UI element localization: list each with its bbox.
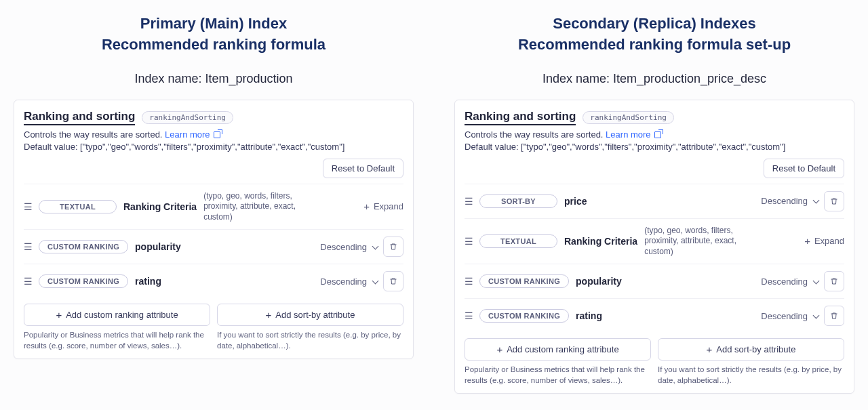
panel-title: Ranking and sorting — [24, 110, 135, 125]
sort-by-footnote: If you want to sort strictly the results… — [658, 364, 844, 386]
delete-button[interactable] — [383, 271, 403, 291]
chevron-down-icon — [372, 243, 379, 249]
learn-more-link[interactable]: Learn more — [606, 129, 661, 140]
delete-button[interactable] — [824, 271, 844, 291]
drag-icon[interactable]: ☰ — [24, 201, 32, 212]
drag-icon[interactable]: ☰ — [465, 236, 473, 247]
desc-text: Controls the way results are sorted. — [465, 129, 603, 140]
tag-textual: TEXTUAL — [479, 234, 557, 248]
primary-title-line2: Recommended ranking formula — [102, 36, 326, 53]
setting-name-badge: rankingAndSorting — [583, 111, 674, 124]
ranking-criteria-label: Ranking Criteria — [123, 201, 197, 212]
trash-icon — [830, 197, 838, 206]
tag-custom-ranking: CUSTOM RANKING — [479, 274, 569, 288]
sort-direction-select[interactable]: Descending — [320, 276, 378, 287]
panel-title: Ranking and sorting — [465, 110, 576, 125]
external-link-icon — [654, 131, 661, 138]
price-label: price — [564, 196, 587, 207]
secondary-index-name: Index name: Item_production_price_desc — [454, 72, 854, 86]
delete-button[interactable] — [383, 237, 403, 257]
panel-description: Controls the way results are sorted. Lea… — [24, 129, 403, 140]
custom-ranking-footnote: Popularity or Business metrics that will… — [465, 364, 651, 386]
trash-icon — [389, 276, 397, 286]
delete-button[interactable] — [824, 306, 844, 326]
trash-icon — [830, 276, 838, 286]
external-link-icon — [214, 131, 220, 138]
sort-direction-select[interactable]: Descending — [761, 276, 818, 287]
trash-icon — [830, 311, 838, 321]
primary-index-name: Index name: Item_production — [14, 72, 414, 86]
chevron-down-icon — [813, 312, 820, 319]
panel-description: Controls the way results are sorted. Lea… — [465, 129, 844, 140]
rating-label: rating — [576, 310, 602, 321]
tag-custom-ranking: CUSTOM RANKING — [479, 309, 569, 323]
plus-icon: + — [804, 236, 810, 246]
drag-icon[interactable]: ☰ — [24, 276, 32, 287]
setting-name-badge: rankingAndSorting — [142, 111, 233, 124]
chevron-down-icon — [813, 197, 820, 204]
tag-custom-ranking: CUSTOM RANKING — [39, 240, 128, 253]
secondary-title-line1: Secondary (Replica) Indexes — [553, 15, 756, 32]
add-custom-ranking-button[interactable]: + Add custom ranking attribute — [24, 304, 210, 326]
chevron-down-icon — [372, 277, 379, 284]
trash-icon — [389, 242, 397, 251]
drag-icon[interactable]: ☰ — [465, 276, 473, 287]
add-sort-by-button[interactable]: + Add sort-by attribute — [217, 304, 403, 326]
add-sort-by-button[interactable]: + Add sort-by attribute — [658, 338, 844, 361]
learn-more-link[interactable]: Learn more — [165, 129, 220, 140]
expand-button[interactable]: + Expand — [363, 201, 403, 211]
default-value-text: Default value: ["typo","geo","words","fi… — [465, 142, 844, 152]
delete-button[interactable] — [824, 191, 844, 211]
sort-direction-select[interactable]: Descending — [320, 242, 378, 252]
popularity-label: popularity — [576, 276, 622, 287]
primary-title: Primary (Main) Index Recommended ranking… — [14, 14, 414, 56]
plus-icon: + — [363, 201, 370, 211]
custom-ranking-footnote: Popularity or Business metrics that will… — [24, 329, 210, 351]
drag-icon[interactable]: ☰ — [465, 310, 473, 321]
plus-icon: + — [266, 310, 272, 320]
chevron-down-icon — [813, 277, 820, 284]
primary-panel: Ranking and sorting rankingAndSorting Co… — [14, 100, 414, 359]
ranking-row-popularity: ☰ CUSTOM RANKING popularity Descending — [24, 229, 403, 264]
tag-custom-ranking: CUSTOM RANKING — [39, 274, 128, 288]
drag-icon[interactable]: ☰ — [24, 241, 32, 252]
criteria-hint: (typo, geo, words, filters, proximity, a… — [203, 191, 319, 223]
ranking-row-popularity: ☰ CUSTOM RANKING popularity Descending — [465, 264, 844, 298]
default-value-text: Default value: ["typo","geo","words","fi… — [24, 142, 403, 152]
plus-icon: + — [56, 310, 62, 320]
criteria-hint: (typo, geo, words, filters, proximity, a… — [644, 226, 760, 258]
desc-text: Controls the way results are sorted. — [24, 129, 162, 140]
ranking-row-price: ☰ SORT-BY price Descending — [465, 184, 844, 218]
secondary-title-line2: Recommended ranking formula set-up — [518, 36, 791, 53]
secondary-panel: Ranking and sorting rankingAndSorting Co… — [454, 100, 854, 394]
secondary-title: Secondary (Replica) Indexes Recommended … — [454, 14, 854, 56]
tag-textual: TEXTUAL — [39, 200, 117, 213]
primary-column: Primary (Main) Index Recommended ranking… — [14, 14, 414, 394]
expand-button[interactable]: + Expand — [804, 236, 844, 246]
secondary-column: Secondary (Replica) Indexes Recommended … — [454, 14, 854, 394]
sort-by-footnote: If you want to sort strictly the results… — [217, 329, 403, 351]
rating-label: rating — [135, 276, 161, 287]
ranking-row-rating: ☰ CUSTOM RANKING rating Descending — [465, 298, 844, 333]
tag-sort-by: SORT-BY — [479, 194, 557, 208]
ranking-row-textual: ☰ TEXTUAL Ranking Criteria (typo, geo, w… — [465, 218, 844, 264]
plus-icon: + — [496, 344, 502, 354]
reset-to-default-button[interactable]: Reset to Default — [764, 159, 844, 178]
ranking-row-textual: ☰ TEXTUAL Ranking Criteria (typo, geo, w… — [24, 184, 403, 230]
add-custom-ranking-button[interactable]: + Add custom ranking attribute — [465, 338, 651, 361]
ranking-row-rating: ☰ CUSTOM RANKING rating Descending — [24, 264, 403, 298]
drag-icon[interactable]: ☰ — [465, 196, 473, 207]
ranking-criteria-label: Ranking Criteria — [564, 236, 637, 247]
reset-to-default-button[interactable]: Reset to Default — [323, 159, 403, 178]
sort-direction-select[interactable]: Descending — [761, 311, 818, 321]
primary-title-line1: Primary (Main) Index — [140, 15, 287, 32]
plus-icon: + — [707, 344, 713, 354]
popularity-label: popularity — [135, 241, 181, 252]
sort-direction-select[interactable]: Descending — [761, 196, 818, 206]
